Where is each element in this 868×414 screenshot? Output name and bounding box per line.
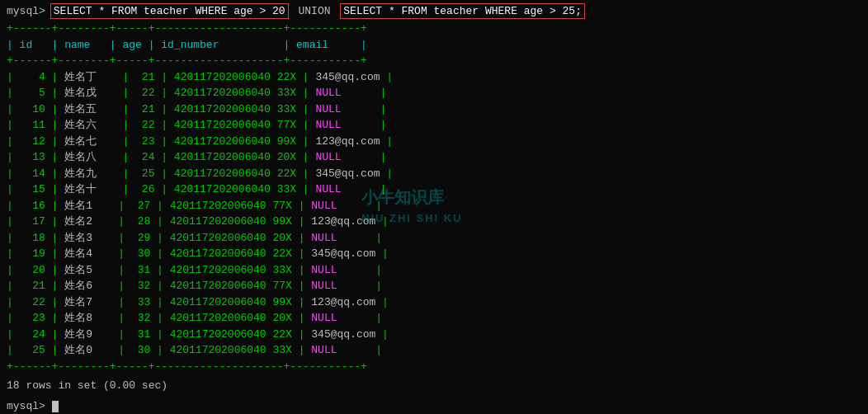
sql-command-1: SELECT * FROM teacher WHERE age > 20 <box>50 3 289 19</box>
null-value: NULL <box>311 280 337 292</box>
terminal-window: mysql> SELECT * FROM teacher WHERE age >… <box>7 5 861 412</box>
null-value: NULL <box>315 119 341 131</box>
table-row: | 12 | 姓名七 | 23 | 420117202006040 99X | … <box>7 134 861 150</box>
email-value: 123@qq.com <box>311 215 375 228</box>
table-row: | 20 | 姓名5 | 31 | 420117202006040 33X | … <box>7 262 861 279</box>
table-row: | 17 | 姓名2 | 28 | 420117202006040 99X | … <box>7 214 861 230</box>
email-value: 345@qq.com <box>311 328 375 341</box>
table-row: | 13 | 姓名八 | 24 | 420117202006040 20X | … <box>7 149 861 166</box>
null-value: NULL <box>311 344 337 356</box>
table-row: | 19 | 姓名4 | 30 | 420117202006040 22X | … <box>7 246 861 262</box>
null-value: NULL <box>315 151 341 163</box>
null-value: NULL <box>315 183 341 195</box>
query-results: +------+--------+-----+-----------------… <box>7 21 861 374</box>
table-row: | 22 | 姓名7 | 33 | 420117202006040 99X | … <box>7 294 861 311</box>
table-row: | 18 | 姓名3 | 29 | 420117202006040 20X | … <box>7 230 861 247</box>
null-value: NULL <box>311 200 337 212</box>
email-value: 123@qq.com <box>311 296 375 308</box>
cursor <box>52 401 59 412</box>
null-value: NULL <box>311 312 337 324</box>
mysql-prompt: mysql> <box>7 5 45 17</box>
command-line: mysql> SELECT * FROM teacher WHERE age >… <box>7 5 861 17</box>
table-body: | 4 | 姓名丁 | 21 | 420117202006040 22X | 3… <box>7 69 861 359</box>
table-row: | 25 | 姓名0 | 30 | 420117202006040 33X | … <box>7 342 861 359</box>
email-value: 345@qq.com <box>315 71 380 83</box>
null-value: NULL <box>315 87 341 99</box>
null-value: NULL <box>311 232 337 244</box>
header-row: | id | name | age | id_number | email | <box>7 37 861 54</box>
separator-header: +------+--------+-----+-----------------… <box>7 53 861 69</box>
table-row: | 5 | 姓名戊 | 22 | 420117202006040 33X | N… <box>7 85 861 101</box>
table-row: | 16 | 姓名1 | 27 | 420117202006040 77X | … <box>7 198 861 214</box>
table-row: | 4 | 姓名丁 | 21 | 420117202006040 22X | 3… <box>7 69 861 86</box>
email-value: 345@qq.com <box>311 247 375 260</box>
separator-bottom: +------+--------+-----+-----------------… <box>7 359 861 375</box>
separator-top: +------+--------+-----+-----------------… <box>7 21 861 37</box>
union-keyword: UNION <box>295 4 340 18</box>
table-row: | 10 | 姓名五 | 21 | 420117202006040 33X | … <box>7 101 861 118</box>
result-info: 18 rows in set (0.00 sec) <box>7 379 861 392</box>
null-value: NULL <box>311 264 337 276</box>
table-row: | 24 | 姓名9 | 31 | 420117202006040 22X | … <box>7 327 861 343</box>
table-row: | 23 | 姓名8 | 32 | 420117202006040 20X | … <box>7 310 861 327</box>
sql-command-2: SELECT * FROM teacher WHERE age > 25; <box>340 3 585 19</box>
table-row: | 11 | 姓名六 | 22 | 420117202006040 77X | … <box>7 117 861 134</box>
table-row: | 21 | 姓名6 | 32 | 420117202006040 77X | … <box>7 278 861 294</box>
email-value: 345@qq.com <box>315 167 380 180</box>
final-mysql-prompt: mysql> <box>7 400 52 412</box>
final-prompt-line: mysql> <box>7 400 861 412</box>
table-row: | 14 | 姓名九 | 25 | 420117202006040 22X | … <box>7 166 861 182</box>
email-value: 123@qq.com <box>315 135 380 148</box>
table-row: | 15 | 姓名十 | 26 | 420117202006040 33X | … <box>7 181 861 198</box>
null-value: NULL <box>315 103 341 115</box>
